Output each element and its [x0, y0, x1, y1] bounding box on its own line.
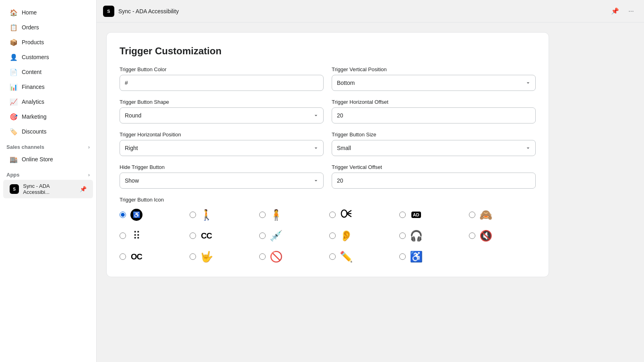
orders-icon: 📋 [10, 23, 18, 31]
icon-grid: ♿ 🚶 🧍 [120, 208, 536, 264]
icon-option-ear-slash[interactable]: 🔇 [469, 228, 536, 243]
ear-icon: 👂 [339, 228, 353, 243]
icon-option-sign-language[interactable]: 🤟 [190, 249, 256, 264]
sidebar-item-online-store[interactable]: 🏬 Online Store [3, 152, 93, 167]
topbar-title: Sync - ADA Accessibility [118, 8, 179, 14]
hearing-icon [339, 208, 353, 222]
sidebar-item-orders[interactable]: 📋 Orders [3, 20, 93, 35]
topbar-actions: 📌 ··· [609, 5, 638, 18]
sidebar-item-label: Finances [22, 84, 45, 90]
icon-option-ear[interactable]: 👂 [329, 228, 396, 243]
accessibility-gear-icon: ♿ [129, 208, 144, 222]
cc-icon: CC [199, 228, 214, 243]
icon-radio-hearing[interactable] [329, 212, 336, 218]
horiz-pos-select[interactable]: Right Left [120, 140, 324, 156]
icon-option-person[interactable]: 🧍 [259, 208, 326, 222]
sidebar-item-customers[interactable]: 👤 Customers [3, 50, 93, 64]
icon-radio-person[interactable] [259, 212, 266, 218]
icon-radio-pen[interactable] [329, 253, 336, 260]
sidebar-nav: 🏠 Home 📋 Orders 📦 Products 👤 Customers 📄… [0, 5, 96, 139]
pen-icon: ✏️ [339, 249, 353, 264]
icon-option-syringe[interactable]: 💉 [259, 228, 326, 243]
icon-option-eye-slash[interactable]: 🙈 [469, 208, 536, 222]
hide-group: Hide Trigger Button Show Hide [120, 164, 324, 189]
icon-radio-ear-slash[interactable] [469, 232, 475, 239]
icon-radio-accessibility[interactable] [120, 212, 126, 218]
size-select[interactable]: Small Medium Large [332, 140, 536, 156]
horiz-offset-label: Trigger Horizontal Offset [332, 99, 536, 105]
icon-radio-eye-off[interactable] [259, 253, 266, 260]
vert-offset-label: Trigger Vertical Offset [332, 164, 536, 170]
icon-option-cc[interactable]: CC [190, 228, 256, 243]
shape-select[interactable]: Round Square Pill [120, 107, 324, 123]
icon-radio-ear[interactable] [329, 232, 336, 239]
walking-person-icon: 🚶 [199, 208, 214, 222]
vert-offset-input[interactable] [332, 173, 536, 189]
sales-channels-section: Sales channels › [0, 139, 96, 152]
sidebar-item-marketing[interactable]: 🎯 Marketing [3, 109, 93, 124]
marketing-icon: 🎯 [10, 113, 18, 121]
page-container: Trigger Customization Trigger Button Col… [97, 23, 644, 362]
shape-group: Trigger Button Shape Round Square Pill [120, 99, 324, 123]
icon-radio-dots[interactable] [120, 232, 126, 239]
sidebar-item-analytics[interactable]: 📈 Analytics [3, 95, 93, 109]
more-button[interactable]: ··· [625, 5, 638, 18]
sidebar-item-label: Online Store [22, 156, 53, 162]
apps-chevron-icon: › [88, 172, 90, 178]
hide-select[interactable]: Show Hide [120, 173, 324, 189]
icon-option-eye-off[interactable]: 🚫 [259, 249, 326, 264]
icon-section-label: Trigger Button Icon [120, 197, 536, 203]
top-bar: S Sync - ADA Accessibility 📌 ··· [97, 0, 644, 23]
icon-option-ad[interactable]: AD [399, 208, 466, 222]
sidebar-item-home[interactable]: 🏠 Home [3, 5, 93, 20]
sidebar-item-label: Orders [22, 24, 39, 31]
icon-option-walking[interactable]: 🚶 [190, 208, 256, 222]
sidebar-app-label: Sync - ADA Accessibi... [23, 183, 76, 195]
horiz-pos-group: Trigger Horizontal Position Right Left [120, 132, 324, 156]
sidebar-item-sync-ada[interactable]: S Sync - ADA Accessibi... 📌 [3, 180, 93, 198]
customers-icon: 👤 [10, 53, 18, 61]
trigger-customization-card: Trigger Customization Trigger Button Col… [106, 32, 549, 277]
icon-radio-eye-slash[interactable] [469, 212, 475, 218]
sidebar-item-label: Marketing [22, 113, 46, 120]
icon-option-hearing[interactable] [329, 208, 396, 222]
icon-radio-ad[interactable] [399, 212, 406, 218]
analytics-icon: 📈 [10, 98, 18, 106]
icon-option-dots[interactable]: ⠿ [120, 228, 186, 243]
icon-radio-cc[interactable] [190, 232, 196, 239]
topbar-app-icon: S [103, 6, 114, 17]
sidebar: 🏠 Home 📋 Orders 📦 Products 👤 Customers 📄… [0, 0, 97, 362]
content-icon: 📄 [10, 68, 18, 76]
icon-radio-wheelchair[interactable] [399, 253, 406, 260]
horiz-pos-label: Trigger Horizontal Position [120, 132, 324, 138]
dots-grid-icon: ⠿ [129, 228, 144, 243]
icon-radio-syringe[interactable] [259, 232, 266, 239]
horiz-offset-input[interactable] [332, 107, 536, 123]
home-icon: 🏠 [10, 8, 18, 16]
icon-option-pen[interactable]: ✏️ [329, 249, 396, 264]
sidebar-item-label: Home [22, 9, 37, 16]
sidebar-item-label: Analytics [22, 99, 44, 105]
icon-option-headphones[interactable]: 🎧 [399, 228, 466, 243]
icon-radio-walking[interactable] [190, 212, 196, 218]
hide-label: Hide Trigger Button [120, 164, 324, 170]
sidebar-item-content[interactable]: 📄 Content [3, 65, 93, 79]
sidebar-item-label: Products [22, 39, 44, 45]
icon-section: Trigger Button Icon ♿ [120, 197, 536, 264]
eye-slash-icon: 🙈 [479, 208, 493, 222]
icon-radio-oc[interactable] [120, 253, 126, 260]
icon-option-accessibility[interactable]: ♿ [120, 208, 186, 222]
pin-button[interactable]: 📌 [609, 5, 621, 18]
icon-option-wheelchair[interactable]: ♿ [399, 249, 466, 264]
person-icon: 🧍 [269, 208, 283, 222]
vert-pos-select[interactable]: Bottom Top [332, 75, 536, 91]
eye-off-icon: 🚫 [269, 249, 283, 264]
icon-radio-sign-language[interactable] [190, 253, 196, 260]
sidebar-item-products[interactable]: 📦 Products [3, 35, 93, 49]
sidebar-item-discounts[interactable]: 🏷️ Discounts [3, 124, 93, 139]
icon-option-oc[interactable]: OC [120, 249, 186, 264]
horiz-offset-group: Trigger Horizontal Offset [332, 99, 536, 123]
icon-radio-headphones[interactable] [399, 232, 406, 239]
color-input[interactable] [120, 75, 324, 91]
sidebar-item-finances[interactable]: 📊 Finances [3, 80, 93, 94]
